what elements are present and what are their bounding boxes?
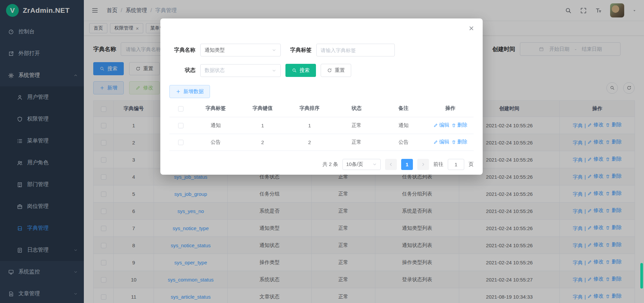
edit-row-link[interactable]: 编辑 bbox=[433, 122, 449, 128]
chevron-down-icon bbox=[372, 162, 377, 167]
status-label: 状态 bbox=[169, 67, 196, 74]
page-size-select[interactable]: 10条/页 bbox=[342, 159, 381, 170]
column-header: 字典键值 bbox=[239, 100, 286, 117]
goto-label: 前往 bbox=[433, 161, 443, 168]
status-select-placeholder: 数据状态 bbox=[205, 67, 270, 74]
dict-data-table: 字典标签字典键值字典排序状态备注操作 通知11正常通知编辑删除公告22正常公告编… bbox=[169, 100, 474, 151]
row-checkbox[interactable] bbox=[178, 140, 183, 145]
delete-row-link[interactable]: 删除 bbox=[451, 122, 468, 128]
pagination-total: 共 2 条 bbox=[322, 161, 338, 168]
dict-label-label: 字典标签 bbox=[285, 47, 312, 54]
refresh-icon bbox=[327, 68, 332, 73]
row-checkbox[interactable] bbox=[178, 123, 183, 128]
close-icon[interactable]: × bbox=[469, 24, 474, 33]
modal-search-label: 搜索 bbox=[300, 67, 310, 74]
status-select[interactable]: 数据状态 bbox=[200, 64, 281, 77]
plus-icon bbox=[176, 89, 181, 94]
pagination: 共 2 条 10条/页 1 前往 页 bbox=[169, 159, 474, 170]
goto-suffix: 页 bbox=[469, 161, 474, 168]
data-status: 正常 bbox=[333, 117, 380, 134]
column-header: 字典排序 bbox=[286, 100, 333, 117]
page-size-value: 10条/页 bbox=[346, 161, 363, 168]
modal-search-button[interactable]: 搜索 bbox=[285, 64, 316, 77]
next-page-button[interactable] bbox=[417, 159, 429, 170]
data-value: 2 bbox=[239, 134, 286, 150]
dict-data-row: 公告22正常公告编辑删除 bbox=[169, 134, 474, 150]
modal-button-group: 搜索 重置 bbox=[285, 64, 395, 77]
dict-data-header-row: 字典标签字典键值字典排序状态备注操作 bbox=[169, 100, 474, 117]
add-data-button[interactable]: 新增数据 bbox=[169, 85, 210, 98]
data-remark: 公告 bbox=[380, 134, 427, 150]
edit-icon bbox=[433, 140, 438, 144]
modal-filter-form: 字典名称 通知类型 字典标签 状态 数据状态 搜索 重置 bbox=[169, 44, 474, 77]
chevron-right-icon bbox=[421, 162, 426, 167]
goto-page-input[interactable] bbox=[448, 159, 464, 170]
dict-label-input[interactable] bbox=[316, 44, 395, 56]
edit-row-link[interactable]: 编辑 bbox=[433, 139, 449, 145]
data-sort: 1 bbox=[286, 117, 333, 134]
column-header: 字典标签 bbox=[192, 100, 239, 117]
prev-page-button[interactable] bbox=[385, 159, 397, 170]
chevron-down-icon bbox=[272, 48, 276, 52]
search-icon bbox=[292, 68, 297, 73]
dict-name-select[interactable]: 通知类型 bbox=[200, 44, 281, 56]
column-header: 备注 bbox=[380, 100, 427, 117]
scrollbar-thumb[interactable] bbox=[640, 263, 643, 289]
dict-name-label: 字典名称 bbox=[169, 47, 196, 54]
data-label: 通知 bbox=[192, 117, 239, 134]
chevron-left-icon bbox=[388, 162, 393, 167]
dict-data-row: 通知11正常通知编辑删除 bbox=[169, 117, 474, 134]
trash-icon bbox=[451, 140, 456, 144]
chevron-down-icon bbox=[272, 68, 276, 73]
data-remark: 通知 bbox=[380, 117, 427, 134]
add-data-label: 新增数据 bbox=[183, 88, 204, 95]
column-header: 状态 bbox=[333, 100, 380, 117]
dict-data-modal: × 字典名称 通知类型 字典标签 状态 数据状态 搜索 重置 新增数据 bbox=[160, 18, 483, 175]
dict-name-select-value: 通知类型 bbox=[205, 47, 270, 53]
modal-reset-label: 重置 bbox=[335, 67, 345, 74]
data-sort: 2 bbox=[286, 134, 333, 150]
data-status: 正常 bbox=[333, 134, 380, 150]
data-value: 1 bbox=[239, 117, 286, 134]
current-page-button[interactable]: 1 bbox=[401, 159, 413, 170]
data-label: 公告 bbox=[192, 134, 239, 150]
delete-row-link[interactable]: 删除 bbox=[451, 139, 468, 145]
column-header: 操作 bbox=[427, 100, 474, 117]
edit-icon bbox=[433, 123, 438, 128]
select-all-checkbox[interactable] bbox=[178, 106, 183, 112]
trash-icon bbox=[451, 123, 456, 128]
modal-reset-button[interactable]: 重置 bbox=[321, 64, 351, 77]
